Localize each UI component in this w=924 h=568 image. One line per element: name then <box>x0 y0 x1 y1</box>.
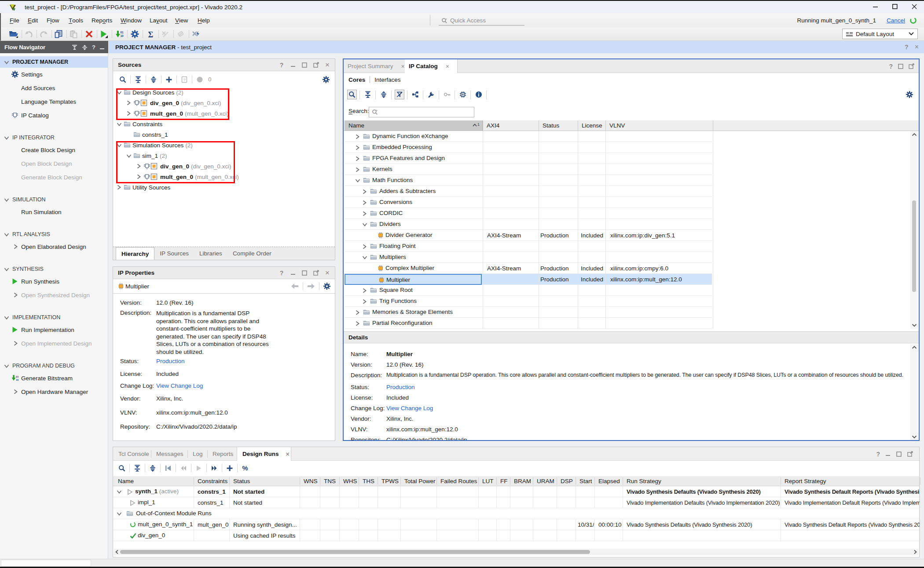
add-sources-icon[interactable] <box>165 75 173 84</box>
catalog-row-adders-subtracters[interactable]: Adders & Subtracters <box>345 186 712 197</box>
float-panel-icon[interactable] <box>313 62 319 68</box>
catalog-row-dividers[interactable]: Dividers <box>345 219 712 230</box>
flownav-item-open-hardware-manager[interactable]: Open Hardware Manager <box>0 385 108 398</box>
catalog-row-dynamic-function-exchange[interactable]: Dynamic Function eXchange <box>345 131 712 142</box>
tree-row-constraints[interactable]: Constraints <box>113 119 335 129</box>
column-header-status[interactable]: Status <box>230 476 300 486</box>
catalog-row-multipliers[interactable]: Multipliers <box>345 252 712 263</box>
scroll-up-icon[interactable] <box>912 346 917 349</box>
group-by-icon[interactable] <box>411 90 420 99</box>
scrollbar-thumb[interactable] <box>120 550 590 554</box>
menu-layout[interactable]: Layout <box>150 13 168 27</box>
help-doc-icon[interactable]: ? <box>180 75 189 84</box>
tree-row-div_gen_0[interactable]: div_gen_0 (div_gen_0.xci) <box>113 98 335 108</box>
flownav-section-simulation[interactable]: SIMULATION <box>0 194 108 205</box>
expand-all-icon[interactable] <box>82 44 88 50</box>
column-header-axi4[interactable]: AXI4 <box>483 120 539 131</box>
flownav-item-run-synthesis[interactable]: Run Synthesis <box>0 275 108 288</box>
menu-reports[interactable]: Reports <box>92 13 112 27</box>
collapse-all-icon[interactable] <box>72 44 77 50</box>
flownav-item-add-sources[interactable]: Add Sources <box>0 81 108 95</box>
column-header-lut[interactable]: LUT <box>479 476 497 486</box>
flownav-item-open-implemented-design[interactable]: Open Implemented Design <box>0 337 108 350</box>
close-tab-icon[interactable]: × <box>401 63 405 70</box>
sources-tab-hierarchy[interactable]: Hierarchy <box>116 247 154 260</box>
flownav-section-project-manager[interactable]: PROJECT MANAGER <box>0 56 108 68</box>
menu-tools[interactable]: Tools <box>69 13 83 27</box>
disabled-mark-button[interactable] <box>160 29 171 40</box>
chevron-right-icon[interactable] <box>136 171 141 182</box>
redo-button[interactable] <box>38 29 49 40</box>
flownav-item-open-synthesized-design[interactable]: Open Synthesized Design <box>0 288 108 302</box>
details-scrollbar[interactable] <box>910 344 918 440</box>
scroll-down-icon[interactable] <box>912 435 917 439</box>
chevron-right-icon[interactable] <box>355 145 360 150</box>
chevron-right-icon[interactable] <box>126 108 131 119</box>
design-run-row-impl-1[interactable]: impl_1constrs_1Not startedVivado Impleme… <box>113 497 919 508</box>
menu-window[interactable]: Window <box>121 13 142 27</box>
column-header-vlnv[interactable]: VLNV <box>605 120 713 131</box>
catalog-row-cordic[interactable]: CORDIC <box>345 208 712 219</box>
info-icon[interactable] <box>474 90 484 99</box>
chevron-right-icon[interactable] <box>355 310 360 315</box>
column-header-name[interactable]: Name1 <box>345 120 483 131</box>
catalog-row-fpga-features-and-design[interactable]: FPGA Features and Design <box>345 153 712 164</box>
column-header-start[interactable]: Start <box>576 476 595 486</box>
chevron-right-icon[interactable] <box>355 156 360 161</box>
sources-tab-ip-sources[interactable]: IP Sources <box>154 247 194 260</box>
close-tab-icon[interactable]: × <box>286 451 290 458</box>
float-panel-icon[interactable] <box>313 270 319 276</box>
catalog-row-square-root[interactable]: Square Root <box>345 285 712 296</box>
column-header-run-strategy[interactable]: Run Strategy <box>623 476 781 486</box>
help-icon[interactable]: ? <box>905 44 909 50</box>
expand-all-icon[interactable] <box>149 75 158 84</box>
bottom-tab-design-runs[interactable]: Design Runs× <box>237 447 291 461</box>
scroll-right-icon[interactable] <box>913 550 917 554</box>
flownav-item-run-simulation[interactable]: Run Simulation <box>0 205 108 218</box>
column-header-name[interactable]: Name <box>114 476 194 486</box>
tree-row-mult_gen_0[interactable]: mult_gen_0 (mult_gen_0.xci) <box>113 108 335 119</box>
disabled-tag-button[interactable] <box>175 29 187 40</box>
chevron-right-icon[interactable] <box>362 244 367 249</box>
horizontal-scrollbar[interactable] <box>114 549 918 555</box>
open-folder-button[interactable] <box>8 29 19 40</box>
license-key-icon[interactable] <box>442 90 452 99</box>
flownav-item-language-templates[interactable]: Language Templates <box>0 95 108 108</box>
help-icon[interactable]: ? <box>889 63 893 69</box>
chevron-down-icon[interactable] <box>362 255 367 260</box>
column-header-ths[interactable]: THS <box>359 476 378 486</box>
next-icon[interactable] <box>210 464 219 472</box>
subtab-cores[interactable]: Cores <box>348 76 365 83</box>
design-run-row-out-of-context-module-runs[interactable]: Out-of-Context Module Runs <box>113 508 919 519</box>
catalog-row-multiplier[interactable]: MultiplierProductionIncludedxilinx.com:i… <box>345 274 712 285</box>
close-tab-icon[interactable]: × <box>446 63 449 70</box>
catalog-row-kernels[interactable]: Kernels <box>345 164 712 175</box>
chevron-down-icon[interactable] <box>117 489 122 494</box>
close-icon[interactable]: × <box>324 62 330 68</box>
scroll-left-icon[interactable] <box>115 550 119 554</box>
design-run-row-mult-gen-0-synth-1[interactable]: mult_gen_0_synth_1mult_gen_0Running synt… <box>113 519 919 530</box>
minimize-panel-icon[interactable] <box>290 62 296 68</box>
minimize-panel-icon[interactable] <box>886 451 891 456</box>
flownav-section-ip-integrator[interactable]: IP INTEGRATOR <box>0 132 108 143</box>
tree-row-design-sources[interactable]: Design Sources (2) <box>113 87 335 98</box>
minimize-panel-icon[interactable] <box>290 270 296 276</box>
cancel-link[interactable]: Cancel <box>887 17 905 24</box>
menu-flow[interactable]: Flow <box>47 13 59 27</box>
details-value[interactable]: View Change Log <box>386 405 433 411</box>
close-icon[interactable]: × <box>324 270 330 276</box>
expand-all-icon[interactable] <box>148 464 157 472</box>
menu-edit[interactable]: Edit <box>28 13 38 27</box>
catalog-row-embedded-processing[interactable]: Embedded Processing <box>345 142 712 153</box>
chevron-right-icon[interactable] <box>362 211 367 216</box>
bottom-tab-messages[interactable]: Messages <box>151 447 187 461</box>
float-panel-icon[interactable] <box>907 451 913 457</box>
close-icon[interactable]: × <box>915 44 919 51</box>
catalog-tab-ip-catalog[interactable]: IP Catalog× <box>405 59 458 73</box>
maximize-panel-icon[interactable] <box>898 64 903 69</box>
first-run-icon[interactable] <box>164 464 172 472</box>
forward-arrow-icon[interactable] <box>307 283 315 289</box>
chevron-down-icon[interactable] <box>117 140 122 150</box>
tree-row-constrs_1[interactable]: constrs_1 <box>113 129 335 140</box>
sources-tab-libraries[interactable]: Libraries <box>194 247 227 260</box>
